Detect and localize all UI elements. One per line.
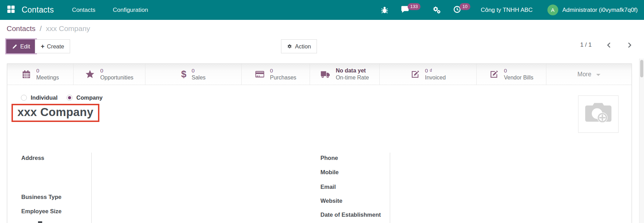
stat-invoiced[interactable]: 0 ₫ Invoiced — [380, 64, 477, 85]
camera-plus-icon — [583, 101, 613, 128]
breadcrumb-contacts-link[interactable]: Contacts — [7, 24, 36, 32]
stat-value: 0 — [270, 67, 296, 74]
stat-value: 0 — [100, 67, 133, 74]
field-label-website: Website — [320, 198, 342, 204]
stat-value: 0 — [192, 67, 206, 74]
field-label-address: Address — [21, 155, 44, 161]
stat-on-time-rate[interactable]: No data yet On-time Rate — [310, 64, 380, 85]
breadcrumb: Contacts / xxx Company — [7, 24, 90, 33]
invoice-edit-icon — [489, 70, 499, 79]
invoice-edit-icon — [410, 70, 420, 79]
stat-meetings[interactable]: 0 Meetings — [7, 64, 74, 85]
field-label-business-type: Business Type — [21, 194, 61, 200]
stat-value: 0 ₫ — [425, 67, 446, 74]
edit-button-label: Edit — [20, 43, 30, 50]
stat-label: Meetings — [36, 74, 59, 81]
stat-value: 0 — [504, 67, 533, 74]
clipped-field-label — [38, 221, 42, 223]
right-column-divider — [390, 153, 390, 223]
field-label-email: Email — [320, 184, 336, 190]
stat-vendor-bills[interactable]: 0 Vendor Bills — [477, 64, 546, 85]
field-label-phone: Phone — [320, 155, 338, 161]
stat-label: Opportunities — [100, 74, 133, 81]
company-name-title[interactable]: xxx Company — [17, 106, 93, 118]
company-switcher[interactable]: Công ty TNHH ABC — [481, 7, 533, 14]
activities-badge: 10 — [460, 3, 470, 10]
stat-value: 0 — [36, 67, 59, 74]
pager-next-button[interactable] — [626, 42, 633, 48]
more-label: More — [577, 71, 591, 78]
breadcrumb-current: xxx Company — [46, 24, 90, 32]
app-title: Contacts — [22, 5, 54, 15]
user-name: Administrator (i0vymafk7q0f) — [562, 7, 638, 14]
menu-contacts[interactable]: Contacts — [72, 7, 95, 14]
radio-company[interactable] — [67, 95, 73, 101]
field-label-date-of-establishment: Date of Establishment — [320, 212, 381, 218]
company-type-radio-group: Individual Company — [21, 94, 112, 101]
menu-configuration[interactable]: Configuration — [113, 7, 148, 14]
action-button[interactable]: Action — [281, 39, 317, 53]
more-button[interactable]: More — [546, 64, 631, 85]
apps-grid-icon — [7, 5, 15, 15]
top-menu: Contacts Configuration — [72, 7, 148, 14]
form-sheet: 0 Meetings 0 Opportunities $ 0 Sales — [7, 63, 632, 223]
form-body: Individual Company xxx Company Address B… — [7, 85, 631, 223]
apps-menu-button[interactable] — [6, 6, 15, 15]
stat-label: On-time Rate — [336, 74, 369, 81]
gear-icon — [287, 44, 292, 49]
stat-button-bar: 0 Meetings 0 Opportunities $ 0 Sales — [7, 64, 631, 85]
messages-button[interactable]: 133 — [401, 5, 421, 15]
stat-label: Purchases — [270, 74, 296, 81]
stat-opportunities[interactable]: 0 Opportunities — [74, 64, 145, 85]
top-navbar: Contacts Contacts Configuration 133 10 C… — [0, 0, 644, 20]
avatar: A — [547, 5, 558, 15]
scrollbar-thumb[interactable] — [640, 60, 643, 77]
chevron-down-icon — [596, 74, 600, 76]
pencil-icon — [12, 44, 17, 49]
plus-icon: + — [41, 43, 45, 50]
radio-individual[interactable] — [21, 95, 27, 101]
edit-button[interactable]: Edit — [6, 39, 36, 53]
radio-individual-label: Individual — [31, 94, 58, 101]
action-button-label: Action — [295, 43, 311, 50]
calendar-icon — [22, 70, 31, 79]
vertical-scrollbar[interactable] — [639, 59, 644, 223]
stat-label: Sales — [192, 74, 206, 81]
topbar-right: 133 10 Công ty TNHH ABC A Administrator … — [369, 5, 638, 15]
star-icon — [85, 69, 95, 79]
control-panel: Edit + Create Action 1 / 1 — [0, 39, 644, 54]
field-label-mobile: Mobile — [320, 169, 339, 176]
messages-badge: 133 — [408, 3, 421, 10]
debug-bug-icon[interactable] — [380, 6, 389, 14]
radio-company-label: Company — [76, 94, 103, 101]
truck-icon — [320, 69, 331, 79]
stat-sales[interactable]: $ 0 Sales — [145, 64, 242, 85]
pager: 1 / 1 — [580, 41, 633, 48]
activities-button[interactable]: 10 — [453, 5, 470, 15]
stat-value: No data yet — [336, 67, 369, 74]
contacts-form-screen: Contacts Contacts Configuration 133 10 C… — [0, 0, 644, 223]
credit-card-icon — [255, 69, 265, 79]
create-button[interactable]: + Create — [35, 39, 70, 53]
company-name-highlight-box: xxx Company — [12, 104, 99, 122]
stat-purchases[interactable]: 0 Purchases — [242, 64, 310, 85]
user-menu[interactable]: A Administrator (i0vymafk7q0f) — [547, 5, 638, 15]
breadcrumb-separator: / — [40, 24, 42, 32]
stat-label: Vendor Bills — [504, 74, 533, 81]
dollar-icon: $ — [181, 70, 186, 79]
stat-label: Invoiced — [425, 74, 446, 81]
pager-count: 1 / 1 — [580, 41, 592, 48]
pager-previous-button[interactable] — [606, 42, 612, 48]
field-label-employee-size: Employee Size — [21, 208, 62, 215]
create-button-label: Create — [47, 43, 65, 50]
left-column-divider — [91, 153, 92, 223]
company-photo-placeholder[interactable] — [578, 95, 619, 133]
settings-gears-icon[interactable] — [432, 6, 441, 14]
